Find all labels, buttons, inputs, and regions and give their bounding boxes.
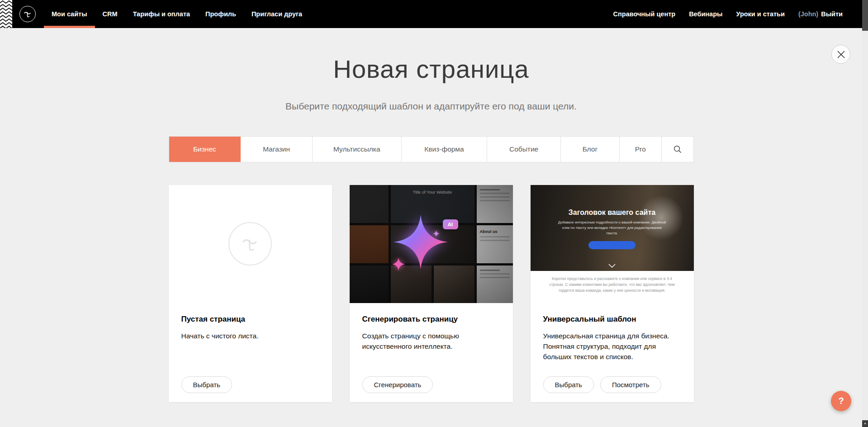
tab-label: Мультиссылка	[333, 145, 380, 153]
preview-button[interactable]: Посмотреть	[600, 376, 661, 393]
scrollbar-down-arrow[interactable]: ▾	[862, 420, 868, 427]
tab-store[interactable]: Магазин	[241, 137, 313, 162]
chevron-down-icon	[608, 264, 616, 268]
tab-blog[interactable]: Блог	[561, 137, 620, 162]
template-text-section: Коротко представьтесь и расскажите о ком…	[531, 271, 694, 303]
user-name: (John)	[798, 10, 818, 18]
tilda-t-glyph	[240, 234, 260, 254]
tab-label: Событие	[509, 145, 538, 153]
select-button[interactable]: Выбрать	[543, 376, 594, 393]
template-category-tabs: Бизнес Магазин Мультиссылка Квиз-форма С…	[169, 136, 694, 162]
template-hero-section: Заголовок вашего сайта Добавьте интересн…	[531, 185, 694, 271]
nav-item-label: Тарифы и оплата	[133, 10, 190, 18]
secondary-menu: Справочный центр Вебинары Уроки и статьи…	[607, 0, 862, 28]
card-body: Сгенерировать страницу Создать страницу …	[350, 303, 513, 402]
scrollbar-thumb[interactable]	[862, 0, 868, 31]
card-buttons: Сгенерировать	[362, 376, 433, 393]
universal-template-preview: Заголовок вашего сайта Добавьте интересн…	[531, 185, 694, 303]
nav-item-crm[interactable]: CRM	[95, 0, 125, 28]
search-icon	[673, 145, 682, 153]
nav-item-label: Уроки и статьи	[736, 10, 784, 18]
tilda-logo-icon[interactable]	[19, 6, 36, 22]
nav-item-label: CRM	[103, 10, 118, 18]
tilda-t-glyph	[23, 9, 32, 19]
nav-item-help-center[interactable]: Справочный центр	[607, 0, 683, 28]
generate-button[interactable]: Сгенерировать	[362, 376, 433, 393]
nav-item-lessons-articles[interactable]: Уроки и статьи	[729, 0, 791, 28]
template-hero-button	[588, 241, 636, 249]
template-card-blank-page[interactable]: Пустая страница Начать с чистого листа. …	[169, 185, 332, 402]
tab-label: Блог	[583, 145, 598, 153]
nav-item-label: Мои сайты	[52, 10, 87, 18]
tiny-sparkle-icon	[433, 230, 440, 237]
nav-item-label: Вебинары	[689, 10, 722, 18]
card-buttons: Выбрать Посмотреть	[543, 376, 661, 393]
nav-item-label: Справочный центр	[613, 10, 676, 18]
tab-business[interactable]: Бизнес	[169, 137, 241, 162]
tab-label: Бизнес	[193, 145, 216, 153]
arrow-down-icon: ▾	[864, 422, 866, 426]
zigzag-pattern-decoration	[0, 0, 12, 28]
tab-search[interactable]	[662, 137, 693, 162]
page-subtitle: Выберите подходящий шаблон и адаптируйте…	[0, 101, 862, 112]
template-cards-row: Пустая страница Начать с чистого листа. …	[169, 185, 694, 402]
close-button[interactable]	[831, 45, 850, 64]
question-mark-icon: ?	[838, 396, 844, 406]
top-navigation-bar: Мои сайты CRM Тарифы и оплата Профиль Пр…	[0, 0, 862, 28]
nav-item-my-sites[interactable]: Мои сайты	[44, 0, 95, 28]
card-buttons: Выбрать	[181, 376, 232, 393]
main-menu: Мои сайты CRM Тарифы и оплата Профиль Пр…	[44, 0, 310, 28]
nav-item-profile[interactable]: Профиль	[198, 0, 244, 28]
card-title: Универсальный шаблон	[543, 315, 681, 324]
nav-item-label: Профиль	[205, 10, 236, 18]
nav-item-logout[interactable]: (John) Выйти	[792, 0, 849, 28]
card-title: Сгенерировать страницу	[362, 315, 500, 324]
card-description: Начать с чистого листа.	[181, 331, 319, 341]
tab-label: Pro	[635, 145, 646, 153]
tab-label: Квиз-форма	[424, 145, 464, 153]
card-description: Создать страницу с помощью искусственног…	[362, 331, 500, 352]
small-sparkle-icon	[392, 257, 405, 271]
tilda-watermark-icon	[228, 222, 272, 266]
tab-event[interactable]: Событие	[487, 137, 561, 162]
ai-generate-preview: Title of Your Website About us	[350, 185, 513, 303]
card-title: Пустая страница	[181, 315, 319, 324]
nav-item-webinars[interactable]: Вебинары	[682, 0, 729, 28]
card-description: Универсальная страница для бизнеса. Поня…	[543, 331, 681, 362]
tab-quiz-form[interactable]: Квиз-форма	[402, 137, 488, 162]
template-card-ai-generate[interactable]: Title of Your Website About us	[350, 185, 513, 402]
nav-item-label: Пригласи друга	[251, 10, 302, 18]
template-hero-subtitle: Добавьте интересные подробности о вашей …	[556, 220, 668, 237]
new-page-dialog: Новая страница Выберите подходящий шабло…	[0, 28, 862, 427]
nav-item-plans-payment[interactable]: Тарифы и оплата	[125, 0, 198, 28]
page-title: Новая страница	[0, 54, 862, 84]
nav-item-invite-friend[interactable]: Пригласи друга	[244, 0, 310, 28]
template-hero-title: Заголовок вашего сайта	[569, 209, 655, 217]
card-body: Пустая страница Начать с чистого листа. …	[169, 303, 332, 402]
active-nav-underline	[44, 26, 95, 28]
template-card-universal[interactable]: Заголовок вашего сайта Добавьте интересн…	[531, 185, 694, 402]
blank-page-preview	[169, 185, 332, 303]
tab-multilink[interactable]: Мультиссылка	[313, 137, 402, 162]
vertical-scrollbar[interactable]: ▾	[862, 0, 868, 427]
tab-label: Магазин	[263, 145, 290, 153]
help-button[interactable]: ?	[831, 391, 851, 411]
logout-label: Выйти	[821, 10, 843, 18]
tab-pro[interactable]: Pro	[620, 137, 662, 162]
template-body-text: Коротко представьтесь и расскажите о ком…	[544, 276, 680, 294]
close-icon	[837, 51, 845, 58]
ai-badge: AI	[443, 219, 458, 229]
card-body: Универсальный шаблон Универсальная стран…	[531, 303, 694, 402]
select-button[interactable]: Выбрать	[181, 376, 232, 393]
